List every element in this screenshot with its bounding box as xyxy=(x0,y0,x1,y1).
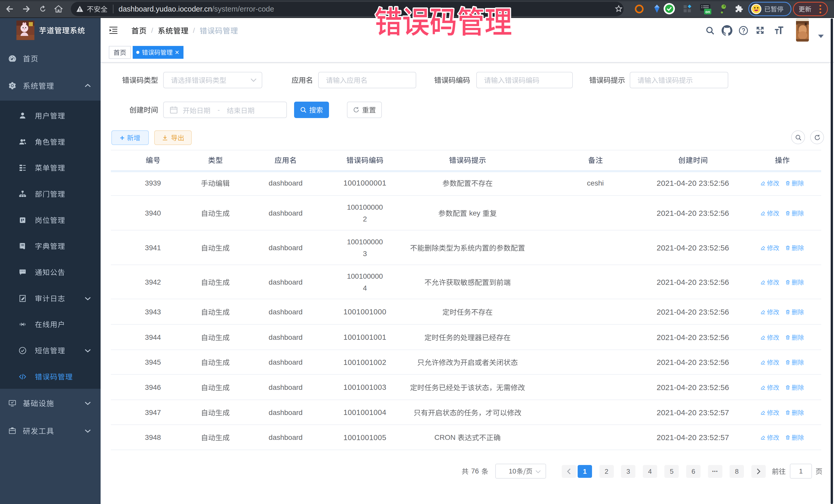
svg-text:on: on xyxy=(705,9,710,14)
